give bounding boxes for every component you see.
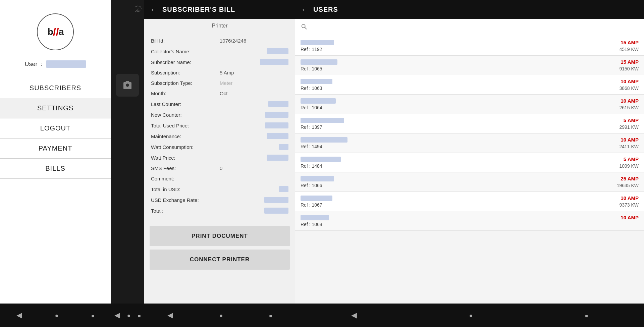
menu-nav-bar (0, 304, 111, 327)
users-panel: ← USERS 15 AMP Ref : 1192 4519 KW 15 AMP (295, 0, 644, 327)
back-button[interactable] (16, 311, 22, 320)
recents-button-users[interactable] (585, 311, 588, 320)
bill-nav-bar (144, 304, 295, 327)
main-nav: SUBSCRIBERS SETTINGS LOGOUT PAYMENT BILL… (0, 78, 111, 179)
user-name-placeholder (301, 137, 347, 143)
bill-fields: Bill Id: 1076/24246 Collector's Name: Su… (144, 32, 295, 223)
connect-printer-button[interactable]: CONNECT PRINTER (150, 250, 290, 270)
bill-field-row: Bill Id: 1076/24246 (151, 36, 288, 46)
user-name-placeholder (301, 157, 341, 162)
home-button-users[interactable] (469, 311, 473, 320)
back-button-bill[interactable] (167, 311, 173, 320)
sidebar-item-subscribers[interactable]: SUBSCRIBERS (0, 78, 111, 98)
subscriber-placeholder (260, 59, 288, 65)
sidebar-item-bills[interactable]: BILLS (0, 158, 111, 179)
list-item[interactable]: 15 AMP Ref : 1065 9150 KW (295, 56, 644, 75)
home-button-dark[interactable] (127, 311, 131, 320)
user-name-placeholder (301, 59, 337, 65)
dark-nav-bar (111, 304, 144, 327)
users-search-bar (295, 19, 644, 36)
user-name-placeholder (301, 196, 332, 201)
total-used-placeholder (265, 122, 288, 128)
user-name-placeholder (301, 98, 336, 104)
bill-title: SUBSCRIBER'S BILL (162, 6, 235, 13)
bill-field-row: Comment: (151, 173, 288, 184)
list-item[interactable]: 15 AMP Ref : 1192 4519 KW (295, 36, 644, 56)
user-colon: : (41, 61, 43, 68)
home-button[interactable] (55, 311, 59, 320)
logo-a: a (59, 26, 63, 37)
list-item[interactable]: 10 AMP Ref : 1494 2411 KW (295, 133, 644, 153)
bill-header: ← SUBSCRIBER'S BILL (144, 0, 295, 19)
usd-rate-placeholder (264, 197, 288, 203)
user-value-placeholder (46, 60, 86, 68)
list-item[interactable]: 10 AMP Ref : 1067 9373 KW (295, 192, 644, 211)
users-nav-bar (295, 304, 644, 327)
back-button-dark[interactable] (114, 311, 120, 320)
bill-field-row: Subscriber Name: (151, 57, 288, 67)
bill-field-row: Month: Oct (151, 88, 288, 99)
print-document-button[interactable]: PRINT DOCUMENT (150, 226, 290, 246)
bill-field-row: Total in USD: (151, 184, 288, 195)
sidebar-item-settings[interactable]: SETTINGS (0, 98, 111, 118)
bill-field-row: Watt Price: (151, 152, 288, 163)
user-name-placeholder (301, 40, 334, 45)
bill-field-row: Subscription Type: Meter (151, 78, 288, 88)
bill-field-row: New Counter: (151, 109, 288, 120)
user-label: User (24, 61, 37, 68)
list-item[interactable]: 10 AMP Ref : 1064 2615 KW (295, 95, 644, 114)
logo-slash2: / (56, 26, 58, 38)
bill-field-row: Last Counter: (151, 99, 288, 109)
bill-field-row: Subscription: 5 Amp (151, 67, 288, 78)
bill-field-row: Maintenance: (151, 131, 288, 142)
watt-price-placeholder (267, 155, 288, 161)
maintenance-placeholder (267, 133, 288, 139)
recents-button-dark[interactable] (138, 311, 141, 320)
users-header: ← USERS (295, 0, 644, 19)
bill-content: Printer Bill Id: 1076/24246 Collector's … (144, 19, 295, 304)
recents-button[interactable] (92, 311, 94, 320)
user-name-placeholder (301, 215, 329, 220)
user-name-placeholder (301, 176, 334, 181)
search-input[interactable] (311, 24, 639, 31)
bill-printer-label: Printer (144, 19, 295, 32)
menu-panel: b / / a User : SUBSCRIBERS SETTINGS LOGO… (0, 0, 111, 327)
sidebar-item-logout[interactable]: LOGOUT (0, 118, 111, 138)
bill-field-row: Watt Consumption: (151, 142, 288, 152)
list-item[interactable]: 5 AMP Ref : 1484 1099 KW (295, 153, 644, 172)
bill-field-row: Total Used Price: (151, 120, 288, 131)
bill-panel: ← SUBSCRIBER'S BILL Printer Bill Id: 107… (144, 0, 295, 327)
home-button-bill[interactable] (219, 311, 223, 320)
sidebar-item-payment[interactable]: PAYMENT (0, 138, 111, 158)
watt-consumption-placeholder (279, 144, 288, 150)
list-item[interactable]: 10 AMP Ref : 1063 3868 KW (295, 75, 644, 95)
collector-placeholder (267, 48, 288, 54)
bill-field-row: SMS Fees: 0 (151, 163, 288, 173)
users-list: 15 AMP Ref : 1192 4519 KW 15 AMP Ref : 1… (295, 36, 644, 304)
user-name-placeholder (301, 118, 344, 123)
dark-divider-panel (111, 0, 144, 327)
total-usd-placeholder (279, 186, 288, 192)
list-item[interactable]: 10 AMP Ref : 1068 (295, 211, 644, 231)
camera-button[interactable] (116, 74, 139, 97)
back-button-users[interactable] (351, 311, 357, 320)
bill-field-row: USD Exchange Rate: (151, 195, 288, 205)
users-title: USERS (313, 6, 338, 13)
last-counter-placeholder (268, 101, 288, 107)
recents-button-bill[interactable] (269, 311, 272, 320)
user-row: User : (24, 60, 86, 68)
user-name-placeholder (301, 79, 332, 84)
total-placeholder (264, 208, 288, 214)
bill-back-button[interactable]: ← (150, 6, 157, 13)
users-back-button[interactable]: ← (301, 6, 308, 13)
list-item[interactable]: 5 AMP Ref : 1397 2991 KW (295, 114, 644, 133)
logo: b / / a (37, 13, 74, 50)
search-icon (301, 23, 308, 32)
new-counter-placeholder (265, 112, 288, 118)
logo-slash1: / (53, 26, 55, 38)
bill-actions: PRINT DOCUMENT CONNECT PRINTER (144, 223, 295, 276)
bill-field-row: Total: (151, 205, 288, 216)
no-wifi-icon (134, 5, 142, 14)
bill-field-row: Collector's Name: (151, 46, 288, 57)
list-item[interactable]: 25 AMP Ref : 1066 19635 KW (295, 172, 644, 192)
